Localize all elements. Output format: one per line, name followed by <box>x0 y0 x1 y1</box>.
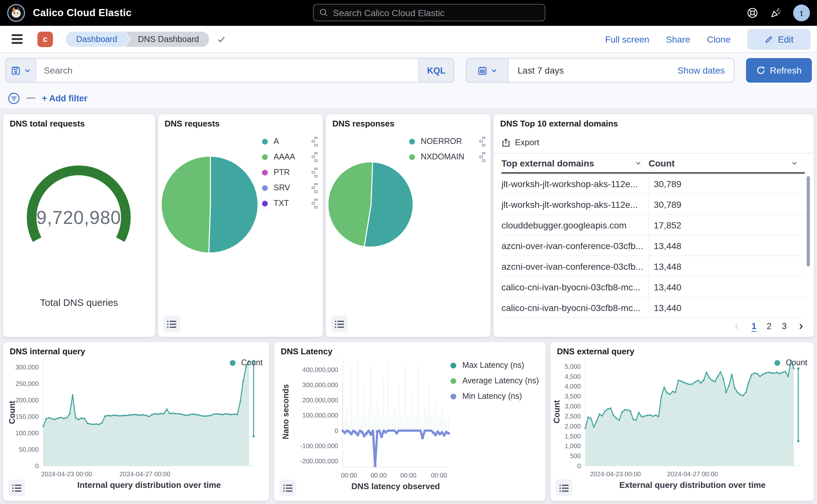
clone-link[interactable]: Clone <box>707 34 731 44</box>
legend-item[interactable]: Average Latency (ns) <box>451 373 539 388</box>
table-row[interactable]: calico-cni-ivan-byocni-03cfb8-mc... 13,4… <box>501 297 805 318</box>
legend-item[interactable]: Count <box>229 355 263 370</box>
svg-text:100,000: 100,000 <box>15 429 39 437</box>
chevron-down-icon <box>24 67 31 74</box>
show-dates-link[interactable]: Show dates <box>678 65 734 76</box>
sort-chevron-icon[interactable] <box>791 159 798 167</box>
table-row[interactable]: calico-cni-ivan-byocni-03cfb8-mc... 13,4… <box>501 277 805 297</box>
panel-list-button[interactable] <box>279 479 296 496</box>
svg-text:5,000: 5,000 <box>565 363 581 370</box>
filter-icon[interactable] <box>8 92 20 104</box>
count-cell: 13,440 <box>654 282 805 292</box>
calendar-menu[interactable] <box>467 59 509 82</box>
svg-text:9,720,980: 9,720,980 <box>36 207 121 228</box>
full-screen-link[interactable]: Full screen <box>605 34 649 44</box>
column-header-count[interactable]: Count <box>649 158 805 168</box>
svg-text:00:00: 00:00 <box>370 472 387 479</box>
panel-list-button[interactable] <box>556 479 572 496</box>
legend-item[interactable]: AAAA <box>262 149 318 165</box>
count-cell: 30,789 <box>654 178 805 189</box>
filter-row: + Add filter <box>8 90 87 106</box>
panel-title: DNS external query <box>557 347 634 356</box>
svg-text:-100,000,000: -100,000,000 <box>300 442 338 449</box>
pagination-prev-icon[interactable] <box>733 322 741 330</box>
legend-action-icon[interactable] <box>312 152 318 162</box>
pagination-next-icon[interactable] <box>797 322 805 330</box>
query-input[interactable] <box>36 59 418 82</box>
table-row[interactable]: clouddebugger.googleapis.com 17,852 <box>501 215 805 236</box>
panel-title: DNS responses <box>332 119 394 128</box>
legend-action-icon[interactable] <box>479 136 485 146</box>
svg-text:3,000: 3,000 <box>565 403 581 410</box>
refresh-button[interactable]: Refresh <box>746 58 812 83</box>
svg-text:200,000: 200,000 <box>15 397 39 404</box>
panel-list-button[interactable] <box>163 316 180 332</box>
count-cell: 30,789 <box>654 199 805 209</box>
page-1[interactable]: 1 <box>751 321 756 331</box>
legend-item[interactable]: NXDOMAIN <box>409 149 485 165</box>
help-icon[interactable] <box>747 7 758 19</box>
legend-item[interactable]: SRV <box>262 180 318 196</box>
legend-item[interactable]: NOERROR <box>409 134 485 149</box>
filter-dash <box>26 97 35 99</box>
legend-item[interactable]: PTR <box>262 165 318 180</box>
check-icon <box>217 35 226 44</box>
svg-text:3,500: 3,500 <box>565 393 581 400</box>
column-divider <box>649 174 649 314</box>
page-3[interactable]: 3 <box>782 321 787 331</box>
panel-dns-top-domains: DNS Top 10 external domains Export Top e… <box>494 114 814 337</box>
legend-item[interactable]: Max Latency (ns) <box>451 358 539 373</box>
kql-button[interactable]: KQL <box>418 59 454 82</box>
legend-action-icon[interactable] <box>312 167 318 177</box>
table-scrollbar[interactable] <box>807 176 810 267</box>
column-header-domains[interactable]: Top external domains <box>501 158 649 168</box>
legend-item[interactable]: TXT <box>262 196 318 211</box>
table-row[interactable]: jlt-worksh-jlt-workshop-aks-112e... 30,7… <box>501 194 805 215</box>
saved-query-menu[interactable] <box>6 59 36 82</box>
legend-action-icon[interactable] <box>479 152 485 162</box>
legend-item[interactable]: Count <box>774 355 807 370</box>
table-row[interactable]: azcni-over-ivan-conference-03cfb... 13,4… <box>501 256 805 277</box>
sort-chevron-icon[interactable] <box>634 159 642 167</box>
list-icon <box>283 484 292 492</box>
breadcrumb-dashboard[interactable]: Dashboard <box>66 31 130 47</box>
pencil-icon <box>764 35 773 44</box>
time-range-value[interactable]: Last 7 days <box>509 65 564 76</box>
svg-text:00:00: 00:00 <box>341 472 357 479</box>
panel-list-button[interactable] <box>331 316 348 332</box>
legend-color-dot <box>229 360 235 366</box>
global-search-input[interactable] <box>332 7 521 18</box>
table-row[interactable]: azcni-over-ivan-conference-03cfb... 13,4… <box>501 236 805 256</box>
legend-item-label: Average Latency (ns) <box>462 376 539 385</box>
table-row[interactable]: jlt-worksh-jlt-workshop-aks-112e... 30,7… <box>501 174 805 194</box>
legend-item[interactable]: A <box>262 134 318 149</box>
edit-button[interactable]: Edit <box>747 29 811 49</box>
panel-list-button[interactable] <box>8 479 25 496</box>
legend-color-dot <box>262 154 268 160</box>
global-search[interactable] <box>313 4 545 21</box>
svg-text:4,000: 4,000 <box>565 383 581 390</box>
legend-action-icon[interactable] <box>312 198 318 208</box>
legend-action-icon[interactable] <box>312 136 318 146</box>
legend-item[interactable]: Min Latency (ns) <box>451 388 539 404</box>
svg-text:400,000,000: 400,000,000 <box>302 366 338 373</box>
share-link[interactable]: Share <box>666 34 690 44</box>
add-filter-link[interactable]: + Add filter <box>42 93 87 103</box>
news-icon[interactable] <box>770 7 782 19</box>
breadcrumb-dns-dashboard[interactable]: DNS Dashboard <box>125 31 209 47</box>
page-2[interactable]: 2 <box>767 321 772 331</box>
panel-title: DNS requests <box>165 119 220 128</box>
legend-item-label: SRV <box>274 183 305 192</box>
legend-action-icon[interactable] <box>312 183 318 193</box>
menu-icon[interactable] <box>12 34 23 44</box>
export-button[interactable]: Export <box>501 137 539 147</box>
space-badge[interactable]: c <box>37 31 53 47</box>
legend-color-dot <box>262 185 268 191</box>
user-avatar[interactable]: t <box>793 5 810 21</box>
screen: Calico Cloud Elastic <box>0 0 817 504</box>
svg-text:4,500: 4,500 <box>565 373 581 380</box>
list-icon <box>335 320 344 328</box>
calico-logo[interactable] <box>7 4 25 22</box>
svg-text:0: 0 <box>335 427 338 434</box>
list-icon <box>12 484 21 492</box>
